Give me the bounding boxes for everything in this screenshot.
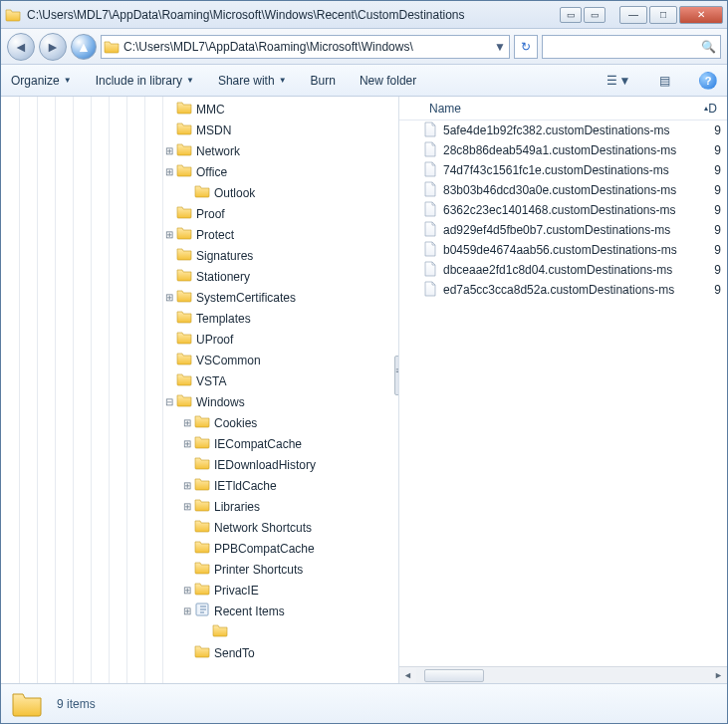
back-button[interactable]: ◄ xyxy=(7,33,35,61)
address-bar[interactable]: C:\Users\MDL7\AppData\Roaming\Microsoft\… xyxy=(101,35,510,59)
folder-icon xyxy=(194,602,210,620)
tree-item-label: SystemCertificates xyxy=(196,291,296,305)
tree-item[interactable]: ⊞IECompatCache xyxy=(1,433,398,454)
tree-item[interactable]: ·Outlook xyxy=(1,182,398,203)
tree-item[interactable]: ·Printer Shortcuts xyxy=(1,559,398,580)
scroll-thumb[interactable] xyxy=(424,669,484,682)
organize-button[interactable]: Organize▼ xyxy=(11,74,72,88)
chevron-down-icon: ▼ xyxy=(186,76,194,85)
file-row[interactable]: dbceaae2fd1c8d04.customDestinations-ms9 xyxy=(399,260,727,280)
file-icon xyxy=(423,181,437,200)
tree-item[interactable]: ⊞Libraries xyxy=(1,496,398,517)
expand-toggle-icon: · xyxy=(180,647,194,658)
tree-item[interactable]: ⊞Recent Items xyxy=(1,601,398,621)
aux-button-2[interactable]: ▭ xyxy=(584,7,606,23)
tree-item-label: Windows xyxy=(196,395,245,409)
tree-item[interactable]: ⊞Protect xyxy=(1,224,398,245)
tree-item[interactable]: ·PPBCompatCache xyxy=(1,538,398,559)
expand-toggle-icon[interactable]: ⊞ xyxy=(180,417,194,428)
expand-toggle-icon[interactable]: ⊞ xyxy=(162,166,176,177)
expand-toggle-icon: · xyxy=(180,564,194,575)
close-button[interactable]: ✕ xyxy=(679,6,723,24)
file-row[interactable]: 83b03b46dcd30a0e.customDestinations-ms9 xyxy=(399,180,727,200)
tree-item[interactable]: ·Network Shortcuts xyxy=(1,517,398,538)
address-dropdown-icon[interactable]: ▼ xyxy=(493,40,507,54)
expand-toggle-icon: · xyxy=(198,626,212,637)
file-row[interactable]: 6362c23ec1401468.customDestinations-ms9 xyxy=(399,200,727,220)
include-in-library-button[interactable]: Include in library▼ xyxy=(96,74,194,88)
tree-item[interactable]: ·MSDN xyxy=(1,120,398,140)
expand-toggle-icon[interactable]: ⊞ xyxy=(180,438,194,449)
tree-item[interactable]: ·Templates xyxy=(1,308,398,329)
tree-item[interactable]: ·VSCommon xyxy=(1,350,398,370)
tree-item[interactable]: · xyxy=(1,621,398,642)
tree-item[interactable]: ⊞Cookies xyxy=(1,412,398,433)
minimize-button[interactable]: — xyxy=(619,6,647,24)
tree-item-label: Outlook xyxy=(214,186,255,200)
expand-toggle-icon[interactable]: ⊞ xyxy=(180,480,194,491)
tree-item[interactable]: ·SendTo xyxy=(1,642,398,663)
file-row[interactable]: b0459de4674aab56.customDestinations-ms9 xyxy=(399,240,727,260)
folder-icon xyxy=(176,162,192,181)
tree-item[interactable]: ·IEDownloadHistory xyxy=(1,454,398,475)
expand-toggle-icon[interactable]: ⊞ xyxy=(162,145,176,156)
folder-icon xyxy=(11,688,43,720)
expand-toggle-icon[interactable]: ⊞ xyxy=(180,585,194,596)
file-name: 74d7f43c1561fc1e.customDestinations-ms xyxy=(443,163,669,177)
tree-item[interactable]: ·UProof xyxy=(1,329,398,350)
status-bar: 9 items xyxy=(1,683,727,723)
tree-item[interactable]: ·Signatures xyxy=(1,245,398,266)
column-d[interactable]: D xyxy=(708,102,717,116)
up-button[interactable]: ▲ xyxy=(71,34,97,60)
folder-icon xyxy=(194,476,210,495)
tree-item[interactable]: ·Proof xyxy=(1,203,398,224)
expand-toggle-icon[interactable]: ⊟ xyxy=(162,396,176,407)
help-button[interactable]: ? xyxy=(699,72,717,90)
column-header[interactable]: Name ▴ D xyxy=(399,97,727,121)
new-folder-button[interactable]: New folder xyxy=(360,74,416,88)
expand-toggle-icon[interactable]: ⊞ xyxy=(162,292,176,303)
expand-toggle-icon[interactable]: ⊞ xyxy=(162,229,176,240)
expand-toggle-icon[interactable]: ⊞ xyxy=(180,605,194,616)
refresh-button[interactable]: ↻ xyxy=(514,35,538,59)
scroll-left-button[interactable]: ◄ xyxy=(399,670,416,680)
burn-button[interactable]: Burn xyxy=(311,74,336,88)
scroll-track[interactable] xyxy=(416,668,710,683)
file-row[interactable]: 74d7f43c1561fc1e.customDestinations-ms9 xyxy=(399,160,727,180)
tree-item[interactable]: ·VSTA xyxy=(1,370,398,391)
splitter-handle[interactable] xyxy=(394,356,399,395)
column-name[interactable]: Name xyxy=(429,102,614,116)
file-row[interactable]: 5afe4de1b92fc382.customDestinations-ms9 xyxy=(399,121,727,140)
tree-item-label: VSTA xyxy=(196,374,226,388)
horizontal-scrollbar[interactable]: ◄ ► xyxy=(399,666,727,683)
tree-item[interactable]: ⊞IETldCache xyxy=(1,475,398,496)
maximize-button[interactable]: □ xyxy=(649,6,677,24)
view-options-button[interactable]: ☰▼ xyxy=(607,70,629,92)
file-row[interactable]: 28c8b86deab549a1.customDestinations-ms9 xyxy=(399,140,727,160)
preview-pane-button[interactable]: ▤ xyxy=(653,70,675,92)
file-row[interactable]: ad929ef4d5fbe0b7.customDestinations-ms9 xyxy=(399,220,727,240)
tree-item-label: VSCommon xyxy=(196,354,261,367)
tree-item[interactable]: ⊟Windows xyxy=(1,391,398,412)
forward-button[interactable]: ► xyxy=(39,33,67,61)
folder-icon xyxy=(176,330,192,349)
aux-button-1[interactable]: ▭ xyxy=(560,7,582,23)
tree-item[interactable]: ⊞PrivacIE xyxy=(1,580,398,601)
search-box[interactable]: 🔍 xyxy=(542,35,721,59)
command-bar: Organize▼ Include in library▼ Share with… xyxy=(1,65,727,97)
share-with-button[interactable]: Share with▼ xyxy=(218,74,287,88)
tree-item[interactable]: ⊞Office xyxy=(1,161,398,182)
navigation-tree[interactable]: ·MMC·MSDN⊞Network⊞Office·Outlook·Proof⊞P… xyxy=(1,97,399,683)
tree-item-label: UProof xyxy=(196,333,233,347)
expand-toggle-icon[interactable]: ⊞ xyxy=(180,501,194,512)
file-icon xyxy=(423,221,437,240)
scroll-right-button[interactable]: ► xyxy=(710,670,727,680)
tree-item[interactable]: ⊞Network xyxy=(1,140,398,161)
tree-item[interactable]: ·MMC xyxy=(1,99,398,120)
expand-toggle-icon: · xyxy=(162,271,176,282)
tree-item[interactable]: ⊞SystemCertificates xyxy=(1,287,398,308)
tree-item[interactable]: ·Stationery xyxy=(1,266,398,287)
folder-icon xyxy=(194,581,210,600)
file-list[interactable]: 5afe4de1b92fc382.customDestinations-ms92… xyxy=(399,121,727,666)
file-row[interactable]: ed7a5cc3cca8d52a.customDestinations-ms9 xyxy=(399,280,727,300)
